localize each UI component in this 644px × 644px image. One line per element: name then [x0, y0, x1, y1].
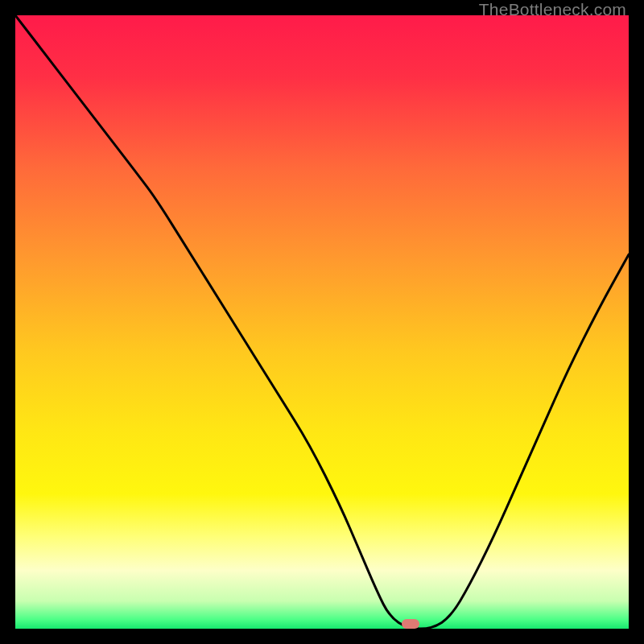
optimal-marker — [402, 619, 419, 629]
chart-container: TheBottleneck.com — [0, 0, 644, 644]
watermark-label: TheBottleneck.com — [479, 0, 626, 19]
bottleneck-curve — [15, 15, 629, 629]
plot-area — [15, 15, 629, 629]
